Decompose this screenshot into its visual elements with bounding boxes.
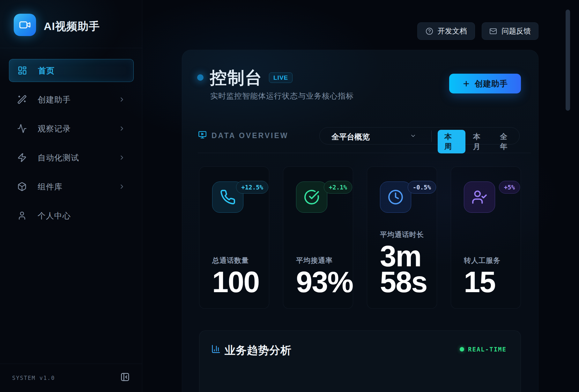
app-title: AI视频助手: [44, 19, 100, 34]
dashboard-icon: [18, 66, 27, 75]
sidebar-item-personal-center[interactable]: 个人中心: [9, 204, 134, 227]
sidebar-item-label: 自动化测试: [38, 152, 79, 163]
sidebar-item-create-assistant[interactable]: 创建助手: [9, 88, 134, 111]
cube-icon: [17, 182, 27, 191]
circle-check-icon: [304, 189, 320, 205]
sidebar-item-label: 创建助手: [38, 94, 71, 105]
sidebar-item-label: 个人中心: [38, 211, 71, 221]
live-badge: LIVE: [269, 72, 293, 83]
stat-card-answer-rate: +2.1% 平均接通率 93%: [283, 166, 353, 309]
sidebar-item-observation-log[interactable]: 观察记录: [9, 117, 134, 140]
create-assistant-button[interactable]: 创建助手: [449, 74, 521, 93]
feedback-button[interactable]: 问题反馈: [482, 22, 538, 40]
overview-filter-control: 全平台概览 本周 本月 全年: [319, 127, 520, 144]
app-window: AI视频助手 首页 创建助手: [0, 0, 579, 392]
tab-this-week[interactable]: 本周: [438, 130, 465, 153]
page-title: 控制台: [210, 67, 263, 90]
plus-icon: [462, 80, 470, 88]
mail-icon: [489, 27, 497, 35]
page-subtitle: 实时监控智能体运行状态与业务核心指标: [210, 91, 354, 101]
stat-icon-box: [380, 181, 411, 213]
dev-docs-label: 开发文档: [438, 26, 467, 36]
chevron-right-icon: [118, 125, 125, 132]
sidebar-item-automation-test[interactable]: 自动化测试: [9, 146, 134, 169]
trend-analysis-card: 业务趋势分析 REAL-TIME: [199, 330, 521, 392]
sidebar-collapse-button[interactable]: [120, 372, 130, 382]
video-camera-icon: [19, 19, 31, 31]
user-icon: [17, 211, 27, 220]
trend-title: 业务趋势分析: [225, 343, 292, 358]
stat-value: 3m 58s: [380, 243, 431, 295]
panel-collapse-icon: [120, 372, 130, 382]
create-assistant-label: 创建助手: [475, 78, 508, 89]
data-overview-heading: DATA OVERVIEW: [212, 131, 289, 140]
brand-header: AI视频助手: [0, 0, 142, 48]
delta-badge: -0.5%: [408, 181, 436, 194]
user-check-icon: [471, 189, 487, 205]
app-logo: [14, 14, 36, 36]
chevron-down-icon[interactable]: [410, 133, 416, 139]
system-version: SYSTEM v1.0: [12, 375, 55, 381]
lightning-icon: [17, 153, 27, 162]
realtime-status: REAL-TIME: [460, 346, 507, 353]
stat-label: 转人工服务: [464, 256, 518, 265]
dev-docs-button[interactable]: 开发文档: [417, 22, 475, 40]
realtime-dot: [460, 347, 464, 351]
chevron-right-icon: [118, 154, 125, 161]
stat-value: 15: [464, 269, 515, 295]
sidebar-item-home[interactable]: 首页: [9, 59, 134, 82]
clock-icon: [388, 189, 404, 205]
magic-wand-icon: [17, 95, 27, 104]
time-range-tabs: 本周 本月 全年: [438, 130, 519, 153]
control-divider: [431, 130, 432, 142]
sidebar-item-label: 首页: [38, 65, 55, 76]
stat-card-total-calls: +12.5% 总通话数量 100: [199, 166, 269, 309]
stat-icon-box: [464, 181, 495, 213]
chevron-right-icon: [118, 183, 125, 190]
console-panel: 控制台 LIVE 实时监控智能体运行状态与业务核心指标 创建助手 DATA OV…: [182, 50, 538, 392]
monitor-play-icon: [198, 130, 207, 139]
stat-label: 平均接通率: [296, 256, 350, 265]
activity-icon: [17, 124, 27, 133]
platform-scope-select[interactable]: 全平台概览: [331, 132, 370, 142]
delta-badge: +5%: [499, 181, 520, 194]
stat-card-avg-duration: -0.5% 平均通话时长 3m 58s: [367, 166, 437, 309]
chevron-right-icon: [118, 96, 125, 103]
vertical-scrollbar[interactable]: [566, 10, 570, 111]
sidebar-nav: 首页 创建助手 观察记录 自动: [9, 59, 134, 233]
stat-cards-row: +12.5% 总通话数量 100 +2.1% 平均接通率 93%: [199, 166, 521, 309]
stat-label: 总通话数量: [212, 256, 266, 265]
sidebar: AI视频助手 首页 创建助手: [0, 0, 142, 392]
sidebar-item-label: 观察记录: [38, 123, 71, 134]
stat-icon-box: [296, 181, 327, 213]
stat-value: 100: [212, 269, 263, 295]
stat-label: 平均通话时长: [380, 230, 434, 240]
delta-badge: +12.5%: [236, 181, 268, 194]
tab-full-year[interactable]: 全年: [495, 130, 519, 153]
delta-badge: +2.1%: [324, 181, 352, 194]
status-dot: [197, 74, 204, 81]
sidebar-item-component-library[interactable]: 组件库: [9, 175, 134, 198]
help-circle-icon: [426, 27, 433, 35]
stat-value: 93%: [296, 269, 347, 295]
stat-card-human-transfer: +5% 转人工服务 15: [451, 166, 521, 309]
phone-icon: [220, 189, 236, 205]
sidebar-item-label: 组件库: [38, 181, 63, 192]
feedback-label: 问题反馈: [501, 26, 531, 36]
realtime-label: REAL-TIME: [468, 346, 507, 353]
sidebar-footer: SYSTEM v1.0: [0, 364, 142, 392]
section-divider: [198, 153, 531, 153]
bar-chart-icon: [211, 344, 221, 354]
tab-this-month[interactable]: 本月: [468, 130, 493, 153]
